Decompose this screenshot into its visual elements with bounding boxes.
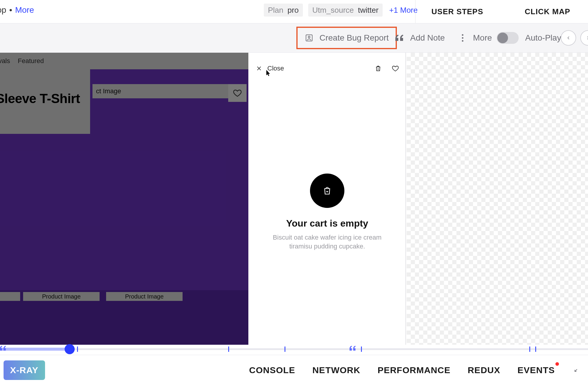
tag-utm-source[interactable]: Utm_source twitter: [308, 4, 383, 17]
create-bug-report-button[interactable]: Create Bug Report: [296, 27, 397, 49]
timeline-handle[interactable]: [65, 344, 75, 354]
close-icon: [255, 65, 263, 72]
tab-console[interactable]: CONSOLE: [249, 365, 295, 375]
bag-icon[interactable]: [375, 65, 382, 72]
cart-empty-state: Your cart is empty Biscuit oat cake wafe…: [248, 174, 406, 251]
breadcrumb-sep: •: [9, 5, 12, 15]
tag-key-utm: Utm_source: [312, 6, 354, 15]
tags-more-link[interactable]: +1 More: [389, 6, 418, 15]
more-label: More: [473, 33, 492, 43]
add-note-button[interactable]: Add Note: [395, 33, 445, 43]
tab-featured[interactable]: Featured: [18, 57, 44, 65]
timeline-progress: [0, 348, 69, 351]
more-button[interactable]: More: [458, 33, 492, 43]
cart-empty-desc: Biscuit oat cake wafer icing ice cream t…: [265, 233, 389, 251]
timeline-note-marker-1[interactable]: [0, 345, 7, 351]
timeline-event-1[interactable]: [77, 346, 78, 352]
tab-events[interactable]: EVENTS: [517, 365, 555, 375]
right-tabs: USER STEPS CLICK MAP: [415, 0, 588, 23]
breadcrumb-more[interactable]: More: [15, 5, 34, 15]
thumb-label-1: Product Image: [23, 292, 100, 301]
session-tags: Plan pro Utm_source twitter +1 More: [264, 4, 418, 17]
autoplay-label: Auto-Play: [525, 33, 561, 43]
next-session-button[interactable]: [580, 30, 588, 46]
quote-icon: [395, 33, 404, 42]
thumb-label-2: Product Image: [106, 292, 183, 301]
cart-divider: [405, 53, 406, 345]
prev-session-button[interactable]: [561, 30, 576, 46]
cart-drawer: Close Your cart is empty Biscuit oat cak…: [248, 53, 406, 345]
add-note-label: Add Note: [410, 33, 445, 43]
wishlist-button[interactable]: [228, 84, 247, 102]
product-thumb-1[interactable]: Product Image: [20, 290, 103, 345]
timeline-event-6[interactable]: [535, 346, 536, 352]
viewport-outside-area: [407, 53, 588, 345]
cart-empty-title: Your cart is empty: [286, 218, 368, 229]
toggle-knob: [497, 33, 508, 43]
svg-point-1: [308, 36, 310, 38]
recorded-page-tabs: ivals Featured: [0, 53, 248, 69]
tab-user-steps[interactable]: USER STEPS: [416, 0, 507, 23]
timeline-note-marker-2[interactable]: [349, 345, 357, 351]
svg-point-2: [462, 34, 463, 36]
create-bug-report-label: Create Bug Report: [319, 33, 389, 43]
tab-redux[interactable]: REDUX: [468, 365, 500, 375]
product-image-label: ct Image: [92, 84, 229, 98]
breadcrumbs: op • More: [0, 5, 34, 15]
autoplay-toggle[interactable]: Auto-Play: [497, 32, 561, 44]
expand-icon[interactable]: [574, 366, 580, 374]
person-box-icon: [305, 33, 314, 42]
cursor-icon: [266, 70, 271, 76]
svg-point-3: [462, 37, 463, 38]
session-replay-viewport: ivals Featured t Sleeve T-Shirt ct Image…: [0, 53, 588, 345]
timeline[interactable]: [0, 345, 588, 353]
tab-network[interactable]: NETWORK: [312, 365, 360, 375]
devtools-tabs: CONSOLE NETWORK PERFORMANCE REDUX EVENTS: [249, 365, 588, 375]
timeline-event-3[interactable]: [285, 346, 285, 352]
more-vert-icon: [458, 33, 467, 42]
top-strip: op • More Plan pro Utm_source twitter +1…: [0, 0, 588, 23]
heart-icon[interactable]: [392, 65, 399, 72]
product-thumb-2[interactable]: Product Image: [103, 290, 186, 345]
tag-value-utm: twitter: [358, 6, 378, 15]
tab-performance[interactable]: PERFORMANCE: [378, 365, 450, 375]
timeline-track[interactable]: [0, 348, 588, 350]
cart-drawer-header: Close: [255, 65, 399, 72]
events-notification-dot: [555, 362, 559, 366]
timeline-event-4[interactable]: [361, 346, 362, 352]
tag-plan[interactable]: Plan pro: [264, 4, 303, 17]
timeline-event-2[interactable]: [228, 346, 229, 352]
nav-arrows: [561, 30, 588, 46]
svg-point-4: [462, 40, 463, 41]
hero-title: t Sleeve T-Shirt: [0, 91, 80, 106]
recorded-page-left: ivals Featured t Sleeve T-Shirt ct Image…: [0, 53, 248, 345]
toggle-switch[interactable]: [497, 32, 519, 44]
timeline-event-5[interactable]: [529, 346, 530, 352]
cart-header-icons: [375, 65, 399, 72]
cart-empty-badge: [310, 174, 344, 208]
svg-line-9: [575, 369, 577, 371]
devtools-dock: X-RAY CONSOLE NETWORK PERFORMANCE REDUX …: [0, 355, 588, 385]
xray-button[interactable]: X-RAY: [4, 360, 45, 380]
tag-value-plan: pro: [287, 6, 299, 15]
breadcrumb-op[interactable]: op: [0, 5, 6, 15]
tab-events-label: EVENTS: [517, 365, 555, 375]
tab-click-map[interactable]: CLICK MAP: [507, 0, 588, 23]
tag-key-plan: Plan: [268, 6, 283, 15]
tab-new-arrivals[interactable]: ivals: [0, 57, 10, 65]
toolbar: Create Bug Report Add Note More Auto-Pla…: [0, 23, 588, 53]
